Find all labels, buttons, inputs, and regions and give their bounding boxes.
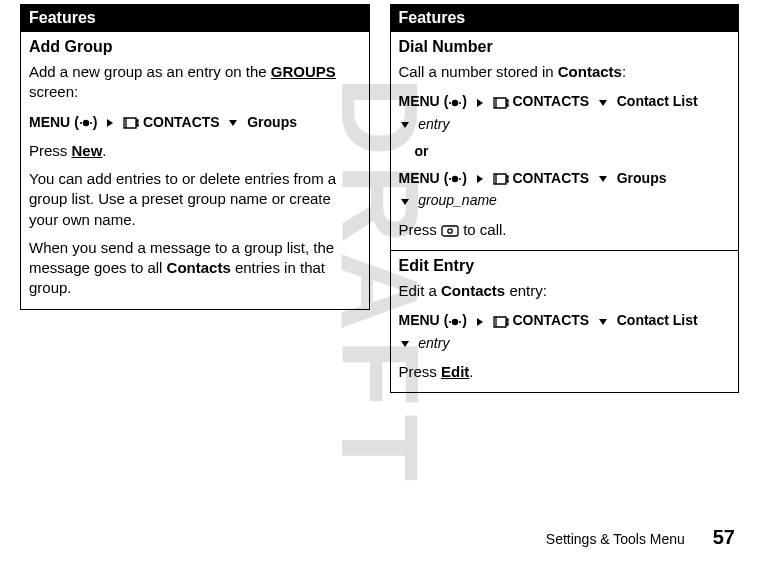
arrow-down-icon (599, 319, 607, 325)
groups-label: Groups (247, 114, 297, 130)
center-key-icon (448, 96, 462, 110)
svg-point-0 (83, 120, 89, 126)
edit-entry-title: Edit Entry (399, 257, 731, 275)
dial-number-intro: Call a number stored in Contacts: (399, 62, 731, 82)
svg-rect-9 (442, 226, 458, 236)
svg-point-1 (80, 122, 82, 124)
svg-point-3 (452, 99, 458, 105)
contacts-label: CONTACTS (512, 93, 589, 109)
add-group-title: Add Group (29, 38, 361, 56)
contacts-label: CONTACTS (143, 114, 220, 130)
contacts-label: CONTACTS (512, 312, 589, 328)
page-footer: Settings & Tools Menu 57 (546, 526, 735, 549)
left-feature-box: Features Add Group Add a new group as an… (20, 4, 370, 310)
arrow-down-icon (401, 341, 409, 347)
press-suffix: . (102, 142, 106, 159)
arrow-right-icon (477, 318, 483, 326)
press-prefix: Press (399, 363, 442, 380)
add-group-body1: You can add entries to or delete entries… (29, 169, 361, 230)
center-key-icon (448, 172, 462, 186)
contacts-book-icon (493, 172, 509, 186)
add-group-intro-suffix: screen: (29, 83, 78, 100)
add-group-intro: Add a new group as an entry on the GROUP… (29, 62, 361, 103)
contact-list-label: Contact List (617, 312, 698, 328)
arrow-right-icon (477, 99, 483, 107)
arrow-right-icon (107, 119, 113, 127)
contacts-label: CONTACTS (512, 170, 589, 186)
press-prefix: Press (399, 221, 442, 238)
arrow-down-icon (599, 176, 607, 182)
edit-intro-suffix: entry: (505, 282, 547, 299)
svg-point-11 (452, 318, 458, 324)
dial-number-section: Dial Number Call a number stored in Cont… (391, 31, 739, 250)
center-key-icon (79, 116, 93, 130)
svg-point-10 (448, 229, 452, 233)
left-column: Features Add Group Add a new group as an… (20, 4, 370, 393)
arrow-right-icon (477, 175, 483, 183)
features-header-right: Features (391, 5, 739, 31)
body2-bold: Contacts (167, 259, 231, 276)
menu-label: MENU (29, 114, 70, 130)
features-header-left: Features (21, 5, 369, 31)
dial-intro-bold: Contacts (558, 63, 622, 80)
or-label: or (399, 143, 731, 159)
svg-point-12 (449, 321, 451, 323)
paren-close: ) (93, 114, 98, 130)
arrow-down-icon (229, 120, 237, 126)
content-columns: Features Add Group Add a new group as an… (0, 0, 759, 393)
svg-point-2 (90, 122, 92, 124)
press-prefix: Press (29, 142, 72, 159)
edit-press-line: Press Edit. (399, 362, 731, 382)
dial-menu-path-2: MENU () CONTACTS Groups group_name (399, 167, 731, 212)
send-key-icon (441, 224, 459, 238)
press-new: New (72, 142, 103, 159)
entry-label: entry (418, 335, 449, 351)
press-suffix: to call. (459, 221, 507, 238)
dial-intro-prefix: Call a number stored in (399, 63, 558, 80)
menu-label: MENU (399, 93, 440, 109)
center-key-icon (448, 315, 462, 329)
edit-menu-path: MENU () CONTACTS Contact List entry (399, 309, 731, 354)
footer-page-number: 57 (713, 526, 735, 548)
menu-label: MENU (399, 312, 440, 328)
add-group-intro-underline: GROUPS (271, 63, 336, 80)
dial-press-line: Press to call. (399, 220, 731, 240)
footer-section: Settings & Tools Menu (546, 531, 685, 547)
right-feature-box: Features Dial Number Call a number store… (390, 4, 740, 393)
edit-intro-bold: Contacts (441, 282, 505, 299)
arrow-down-icon (401, 122, 409, 128)
contact-list-label: Contact List (617, 93, 698, 109)
group-name-label: group_name (418, 192, 497, 208)
press-edit: Edit (441, 363, 469, 380)
arrow-down-icon (599, 100, 607, 106)
svg-point-4 (449, 101, 451, 103)
arrow-down-icon (401, 199, 409, 205)
svg-point-7 (449, 178, 451, 180)
dial-intro-suffix: : (622, 63, 626, 80)
groups-label: Groups (617, 170, 667, 186)
add-group-section: Add Group Add a new group as an entry on… (21, 31, 369, 309)
add-group-menu-path: MENU () CONTACTS Groups (29, 111, 361, 133)
contacts-book-icon (123, 116, 139, 130)
svg-point-6 (452, 176, 458, 182)
add-group-intro-prefix: Add a new group as an entry on the (29, 63, 271, 80)
entry-label: entry (418, 116, 449, 132)
dial-number-title: Dial Number (399, 38, 731, 56)
add-group-press: Press New. (29, 141, 361, 161)
add-group-body2: When you send a message to a group list,… (29, 238, 361, 299)
edit-entry-intro: Edit a Contacts entry: (399, 281, 731, 301)
edit-intro-prefix: Edit a (399, 282, 442, 299)
contacts-book-icon (493, 315, 509, 329)
edit-entry-section: Edit Entry Edit a Contacts entry: MENU (… (391, 250, 739, 392)
menu-label: MENU (399, 170, 440, 186)
contacts-book-icon (493, 96, 509, 110)
dial-menu-path-1: MENU () CONTACTS Contact List entry (399, 90, 731, 135)
press-suffix: . (469, 363, 473, 380)
right-column: Features Dial Number Call a number store… (390, 4, 740, 393)
